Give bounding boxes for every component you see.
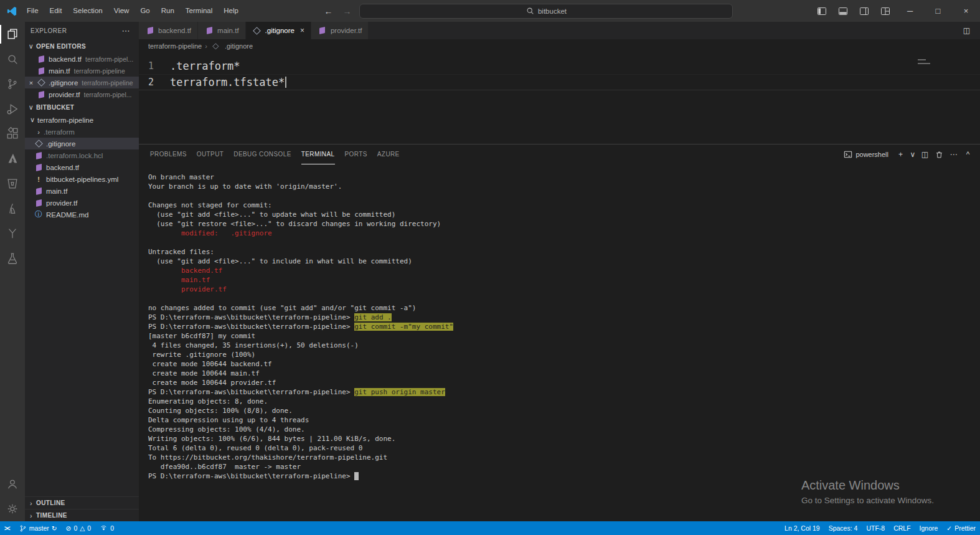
panel-tab-azure[interactable]: AZURE: [377, 144, 400, 164]
shell-label: powershell: [855, 151, 888, 158]
file-name: .terraform.lock.hcl: [46, 152, 103, 159]
terminal-text: [148, 267, 181, 275]
menu-help[interactable]: Help: [218, 0, 244, 22]
split-terminal-icon[interactable]: ◫: [919, 150, 931, 159]
maximize-button[interactable]: □: [924, 0, 952, 22]
activitybar-bitbucket[interactable]: [0, 171, 25, 196]
terminal-output[interactable]: On branch masterYour branch is up to dat…: [139, 164, 980, 521]
eol-setting[interactable]: CRLF: [889, 521, 915, 535]
terminal-line: Compressing objects: 100% (4/4), done.: [148, 425, 980, 434]
tab-main.tf[interactable]: main.tf: [198, 22, 246, 39]
activitybar-azure[interactable]: [0, 146, 25, 171]
ports-indicator[interactable]: 0: [95, 521, 118, 535]
tree-item[interactable]: provider.tf: [25, 197, 139, 209]
menu-terminal[interactable]: Terminal: [180, 0, 218, 22]
outline-label: OUTLINE: [36, 499, 65, 506]
problems-indicator[interactable]: ⊘ 0 △ 0: [62, 521, 96, 535]
maximize-panel-icon[interactable]: ^: [962, 150, 974, 159]
terminal-text: no changes added to commit (use "git add…: [148, 304, 416, 312]
branch-indicator[interactable]: master ↻: [15, 521, 62, 535]
close-tab-icon[interactable]: ×: [300, 26, 304, 35]
activity-bar: [0, 22, 25, 521]
tree-item[interactable]: ∨terraform-pipeline: [25, 114, 139, 126]
tree-item[interactable]: .gitignore: [25, 138, 139, 149]
terminal-text: Compressing objects: 100% (4/4), done.: [148, 425, 305, 433]
activitybar-settings[interactable]: [0, 496, 25, 521]
activitybar-search[interactable]: [0, 47, 25, 72]
chevron-down-icon: ∨: [26, 42, 36, 50]
remote-indicator[interactable]: ><: [0, 521, 15, 535]
tree-item[interactable]: backend.tf: [25, 161, 139, 173]
panel-tab-debug-console[interactable]: DEBUG CONSOLE: [233, 144, 291, 164]
panel-tab-output[interactable]: OUTPUT: [197, 144, 224, 164]
close-button[interactable]: ×: [952, 0, 980, 22]
toggle-panel-icon[interactable]: [832, 0, 854, 22]
tree-item[interactable]: ›.terraform: [25, 126, 139, 138]
folder-section-header[interactable]: ∨ BITBUCKET: [25, 100, 139, 114]
toggle-sidebar-icon[interactable]: [811, 0, 832, 22]
panel-tab-ports[interactable]: PORTS: [345, 144, 367, 164]
open-editor-item[interactable]: backend.tfterraform-pipel...: [25, 53, 139, 65]
tab-.gitignore[interactable]: .gitignore×: [246, 22, 311, 39]
editor[interactable]: 1.terraform*2terraform.tfstate*: [139, 53, 980, 144]
new-terminal-icon[interactable]: +: [895, 150, 907, 159]
tree-item[interactable]: bitbucket-pipelines.yml: [25, 173, 139, 185]
terminal-shell-picker[interactable]: powershell: [844, 150, 888, 159]
activitybar-atlassian[interactable]: [0, 196, 25, 221]
tree-item[interactable]: main.tf: [25, 185, 139, 197]
menu-selection[interactable]: Selection: [67, 0, 108, 22]
breadcrumb-item[interactable]: terraform-pipeline: [148, 42, 202, 50]
breadcrumb: terraform-pipeline›.gitignore: [139, 39, 980, 53]
menu-go[interactable]: Go: [134, 0, 155, 22]
open-editor-item[interactable]: ×.gitignoreterraform-pipeline: [25, 77, 139, 88]
activitybar-run-debug[interactable]: [0, 97, 25, 121]
panel-tab-terminal[interactable]: TERMINAL: [301, 144, 335, 164]
activitybar-explorer[interactable]: [0, 22, 25, 47]
menu-view[interactable]: View: [108, 0, 135, 22]
menu-run[interactable]: Run: [156, 0, 180, 22]
more-actions-icon[interactable]: ⋯: [122, 26, 131, 36]
toggle-secondary-sidebar-icon[interactable]: [854, 0, 875, 22]
terminal-text: create mode 100644 main.tf: [148, 369, 260, 377]
indentation-setting[interactable]: Spaces: 4: [824, 521, 862, 535]
encoding-setting[interactable]: UTF-8: [862, 521, 889, 535]
back-icon[interactable]: ←: [322, 6, 334, 16]
terminal-text: Counting objects: 100% (8/8), done.: [148, 407, 293, 415]
activitybar-source-control[interactable]: [0, 72, 25, 97]
outline-header[interactable]: › OUTLINE: [25, 496, 139, 509]
customize-layout-icon[interactable]: [875, 0, 896, 22]
tree-item[interactable]: README.md: [25, 209, 139, 220]
tab-backend.tf[interactable]: backend.tf: [139, 22, 198, 39]
open-editors-header[interactable]: ∨ OPEN EDITORS: [25, 39, 139, 53]
cursor-position[interactable]: Ln 2, Col 19: [780, 521, 824, 535]
minimap[interactable]: [918, 59, 930, 67]
menu-file[interactable]: File: [21, 0, 44, 22]
formatter-status[interactable]: ✓ Prettier: [942, 521, 980, 535]
more-actions-icon[interactable]: ⋯: [948, 150, 959, 159]
activitybar-test[interactable]: [0, 246, 25, 271]
search-input[interactable]: bitbucket: [359, 4, 733, 19]
tab-provider.tf[interactable]: provider.tf: [311, 22, 369, 39]
split-editor-icon[interactable]: ◫: [961, 26, 973, 35]
open-editor-item[interactable]: provider.tfterraform-pipel...: [25, 88, 139, 100]
activitybar-extensions[interactable]: [0, 121, 25, 146]
minimize-button[interactable]: ─: [896, 0, 924, 22]
chevron-right-icon: ›: [204, 42, 209, 50]
language-mode[interactable]: Ignore: [915, 521, 943, 535]
forward-icon[interactable]: →: [341, 6, 353, 16]
tree-item[interactable]: .terraform.lock.hcl: [25, 149, 139, 161]
menu-edit[interactable]: Edit: [44, 0, 68, 22]
terminal-text: provider.tf: [181, 285, 227, 293]
chevron-down-icon[interactable]: ∨: [909, 150, 916, 159]
terminal-text: rewrite .gitignore (100%): [148, 351, 255, 359]
activitybar-accounts[interactable]: [0, 471, 25, 496]
breadcrumb-item[interactable]: .gitignore: [225, 42, 253, 50]
panel-tab-problems[interactable]: PROBLEMS: [150, 144, 187, 164]
timeline-header[interactable]: › TIMELINE: [25, 509, 139, 521]
kill-terminal-icon[interactable]: [933, 151, 945, 159]
open-editor-item[interactable]: main.tfterraform-pipeline: [25, 65, 139, 77]
activitybar-pipelines[interactable]: [0, 221, 25, 246]
file-name: .gitignore: [46, 140, 75, 148]
tab-bar: backend.tfmain.tf.gitignore×provider.tf …: [139, 22, 980, 39]
close-icon[interactable]: ×: [26, 79, 36, 87]
